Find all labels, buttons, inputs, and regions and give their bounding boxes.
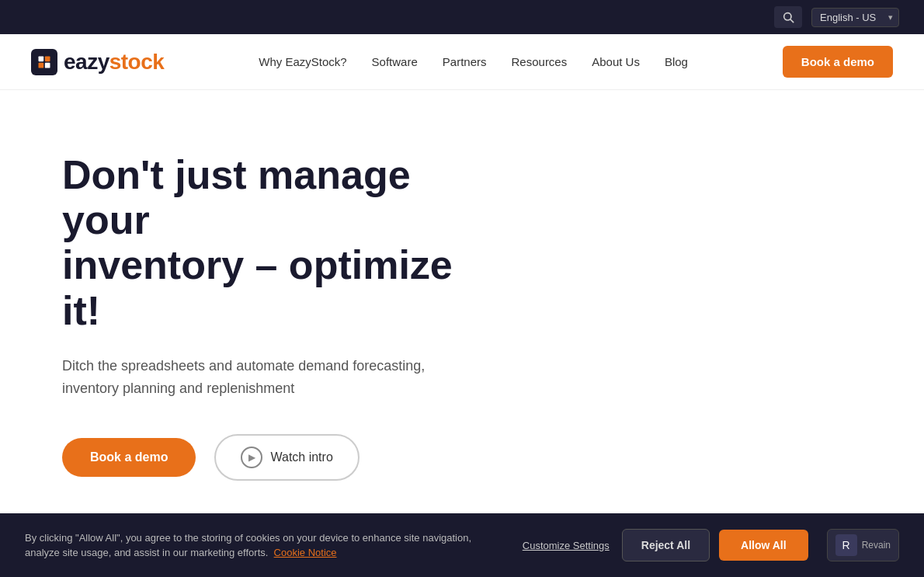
nav-link-blog[interactable]: Blog [665, 55, 688, 68]
cookie-banner: By clicking "Allow All", you agree to th… [0, 513, 924, 577]
search-icon [782, 11, 794, 23]
nav-item-why: Why EazyStock? [259, 55, 346, 69]
svg-line-1 [790, 19, 794, 23]
svg-rect-3 [45, 56, 50, 61]
nav-item-about: About Us [592, 55, 640, 69]
nav-links: Why EazyStock? Software Partners Resourc… [259, 55, 688, 69]
search-button[interactable] [774, 6, 802, 28]
svg-rect-5 [45, 62, 50, 68]
logo-icon [31, 49, 57, 75]
language-selector[interactable]: English - USEnglish - UKDeutschFrançais [811, 8, 899, 27]
nav-link-why[interactable]: Why EazyStock? [259, 55, 346, 68]
nav-item-partners: Partners [443, 55, 487, 69]
nav-link-software[interactable]: Software [372, 55, 418, 68]
nav-link-about[interactable]: About Us [592, 55, 640, 68]
navbar: eazystock Why EazyStock? Software Partne… [0, 34, 924, 90]
cookie-text: By clicking "Allow All", you agree to th… [25, 530, 501, 561]
logo: eazystock [31, 49, 164, 75]
cookie-actions: Customize Settings Reject All Allow All [519, 529, 808, 561]
nav-link-resources[interactable]: Resources [512, 55, 568, 68]
nav-book-demo-button[interactable]: Book a demo [783, 46, 893, 78]
revain-badge-box: R Revain [827, 529, 899, 561]
customize-settings-button[interactable]: Customize Settings [519, 534, 613, 558]
hero-book-demo-button[interactable]: Book a demo [62, 438, 196, 477]
nav-item-software: Software [372, 55, 418, 69]
hero-subtitle: Ditch the spreadsheets and automate dema… [62, 355, 466, 400]
nav-link-partners[interactable]: Partners [443, 55, 487, 68]
allow-all-button[interactable]: Allow All [719, 530, 808, 561]
revain-badge: R Revain [827, 529, 899, 561]
nav-item-blog: Blog [665, 55, 688, 69]
reject-all-button[interactable]: Reject All [622, 529, 710, 561]
svg-rect-4 [39, 62, 44, 68]
revain-icon: R [835, 534, 857, 556]
language-selector-wrapper: English - USEnglish - UKDeutschFrançais [811, 8, 899, 27]
logo-text: eazystock [64, 50, 164, 75]
hero-actions: Book a demo ▶ Watch intro [62, 434, 466, 481]
topbar: English - USEnglish - UKDeutschFrançais [0, 0, 924, 34]
hero-section: Don't just manage your inventory – optim… [0, 90, 528, 527]
hero-title: Don't just manage your inventory – optim… [62, 152, 466, 333]
play-icon: ▶ [241, 447, 262, 468]
cookie-notice-link[interactable]: Cookie Notice [274, 547, 337, 558]
logo-svg [36, 54, 52, 70]
nav-item-resources: Resources [512, 55, 568, 69]
svg-rect-2 [39, 56, 44, 61]
hero-watch-intro-button[interactable]: ▶ Watch intro [214, 434, 359, 481]
